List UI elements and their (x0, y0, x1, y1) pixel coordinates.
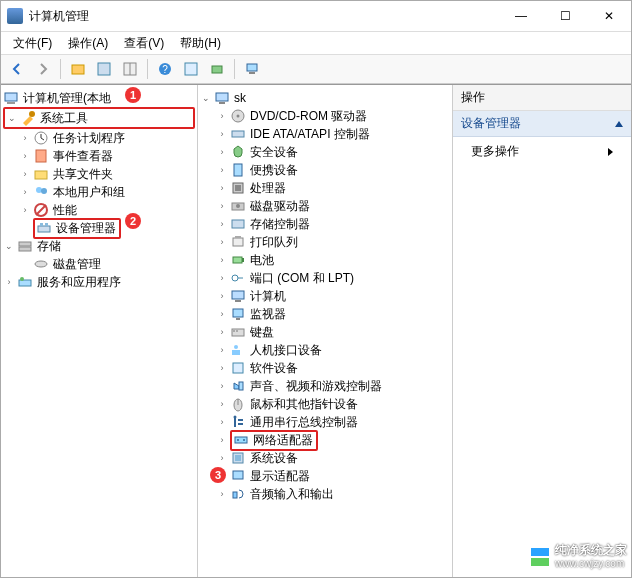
menu-view[interactable]: 查看(V) (116, 33, 172, 54)
forward-button[interactable] (31, 57, 55, 81)
device-category[interactable]: ›安全设备 (200, 143, 450, 161)
expand-toggle[interactable]: › (19, 168, 31, 180)
expand-toggle[interactable]: › (19, 150, 31, 162)
callout-1: 1 (125, 87, 141, 103)
devices-button[interactable] (205, 57, 229, 81)
device-category[interactable]: ›鼠标和其他指针设备 (200, 395, 450, 413)
tree-performance[interactable]: ›性能 (3, 201, 195, 219)
device-category[interactable]: ›系统设备 (200, 449, 450, 467)
tree-storage[interactable]: ⌄ 存储 (3, 237, 195, 255)
svg-rect-49 (233, 330, 235, 332)
help-button[interactable]: ? (153, 57, 177, 81)
tree-disk-management[interactable]: ·磁盘管理 (3, 255, 195, 273)
storage-ctrl-icon (230, 216, 246, 232)
expand-toggle[interactable]: › (216, 110, 228, 122)
expand-toggle[interactable]: ⌄ (200, 92, 212, 104)
tree-label: 磁盘驱动器 (248, 198, 312, 215)
tree-device-manager[interactable]: ·设备管理器 (3, 219, 195, 237)
tree-services-apps[interactable]: › 服务和应用程序 (3, 273, 195, 291)
device-category[interactable]: ›音频输入和输出 (200, 485, 450, 503)
device-category[interactable]: ›软件设备 (200, 359, 450, 377)
expand-toggle[interactable]: › (216, 146, 228, 158)
svg-rect-40 (235, 236, 241, 238)
device-category[interactable]: ›显示适配器 (200, 467, 450, 485)
expand-toggle[interactable]: › (19, 204, 31, 216)
back-button[interactable] (5, 57, 29, 81)
device-category[interactable]: ›电池 (200, 251, 450, 269)
device-category[interactable]: ›键盘 (200, 323, 450, 341)
panel-button[interactable] (118, 57, 142, 81)
device-category[interactable]: ›存储控制器 (200, 215, 450, 233)
tree-root-computer-management[interactable]: 计算机管理(本地 (3, 89, 195, 107)
device-category[interactable]: ›人机接口设备 (200, 341, 450, 359)
device-category[interactable]: ›计算机 (200, 287, 450, 305)
device-category[interactable]: ›端口 (COM 和 LPT) (200, 269, 450, 287)
refresh-button[interactable] (179, 57, 203, 81)
expand-toggle[interactable]: ⌄ (6, 112, 18, 124)
device-category[interactable]: ›DVD/CD-ROM 驱动器 (200, 107, 450, 125)
expand-toggle[interactable]: › (216, 164, 228, 176)
tree-system-tools[interactable]: ⌄ 系统工具 (3, 107, 195, 129)
menubar: 文件(F) 操作(A) 查看(V) 帮助(H) (1, 32, 631, 55)
expand-toggle[interactable]: › (216, 362, 228, 374)
expand-toggle[interactable]: › (216, 128, 228, 140)
expand-toggle[interactable]: › (216, 236, 228, 248)
maximize-button[interactable]: ☐ (543, 1, 587, 31)
disk-icon (33, 256, 49, 272)
expand-toggle[interactable]: › (216, 182, 228, 194)
svg-rect-63 (233, 471, 243, 479)
expand-toggle[interactable]: › (216, 488, 228, 500)
expand-toggle[interactable]: › (216, 344, 228, 356)
device-root[interactable]: ⌄ sk (200, 89, 450, 107)
expand-toggle[interactable]: › (216, 290, 228, 302)
expand-toggle[interactable]: › (3, 276, 15, 288)
expand-toggle[interactable]: › (216, 308, 228, 320)
tree-local-users[interactable]: ›本地用户和组 (3, 183, 195, 201)
device-category[interactable]: ›声音、视频和游戏控制器 (200, 377, 450, 395)
tree-shared-folders[interactable]: ›共享文件夹 (3, 165, 195, 183)
close-button[interactable]: ✕ (587, 1, 631, 31)
tree-label: 鼠标和其他指针设备 (248, 396, 360, 413)
expand-toggle[interactable]: › (216, 416, 228, 428)
expand-toggle[interactable]: ⌄ (3, 240, 15, 252)
device-category[interactable]: ›通用串行总线控制器 (200, 413, 450, 431)
device-category[interactable]: ›便携设备 (200, 161, 450, 179)
svg-text:?: ? (162, 64, 168, 75)
properties-button[interactable] (92, 57, 116, 81)
scope-panel[interactable]: 1 2 计算机管理(本地 ⌄ 系统工具 (1, 85, 198, 577)
expand-toggle[interactable]: › (216, 272, 228, 284)
tree-label: IDE ATA/ATAPI 控制器 (248, 126, 372, 143)
expand-toggle[interactable]: › (19, 132, 31, 144)
expand-toggle[interactable]: › (216, 452, 228, 464)
menu-help[interactable]: 帮助(H) (172, 33, 229, 54)
expand-toggle[interactable]: › (216, 200, 228, 212)
tree-label: 本地用户和组 (51, 184, 127, 201)
device-category[interactable]: ›IDE ATA/ATAPI 控制器 (200, 125, 450, 143)
menu-file[interactable]: 文件(F) (5, 33, 60, 54)
actions-more[interactable]: 更多操作 (453, 137, 631, 166)
up-button[interactable] (66, 57, 90, 81)
device-category[interactable]: ›监视器 (200, 305, 450, 323)
svg-rect-21 (40, 223, 43, 226)
svg-point-57 (234, 416, 237, 419)
device-category[interactable]: ›网络适配器 (200, 431, 450, 449)
device-category[interactable]: ›处理器 (200, 179, 450, 197)
tree-task-scheduler[interactable]: ›任务计划程序 (3, 129, 195, 147)
expand-toggle[interactable]: › (216, 254, 228, 266)
expand-toggle[interactable]: › (216, 434, 228, 446)
device-tree-panel[interactable]: 3 ⌄ sk ›DVD/CD-ROM 驱动器›IDE ATA/ATAPI 控制器… (198, 85, 453, 577)
expand-toggle[interactable]: › (216, 398, 228, 410)
actions-context[interactable]: 设备管理器 (453, 111, 631, 137)
expand-toggle[interactable]: › (216, 218, 228, 230)
callout-3: 3 (210, 467, 226, 483)
menu-action[interactable]: 操作(A) (60, 33, 116, 54)
tree-event-viewer[interactable]: ›事件查看器 (3, 147, 195, 165)
device-category[interactable]: ›磁盘驱动器 (200, 197, 450, 215)
minimize-button[interactable]: — (499, 1, 543, 31)
expand-toggle[interactable]: › (216, 326, 228, 338)
computer-button[interactable] (240, 57, 264, 81)
computer-management-icon (3, 90, 19, 106)
expand-toggle[interactable]: › (19, 186, 31, 198)
expand-toggle[interactable]: › (216, 380, 228, 392)
device-category[interactable]: ›打印队列 (200, 233, 450, 251)
